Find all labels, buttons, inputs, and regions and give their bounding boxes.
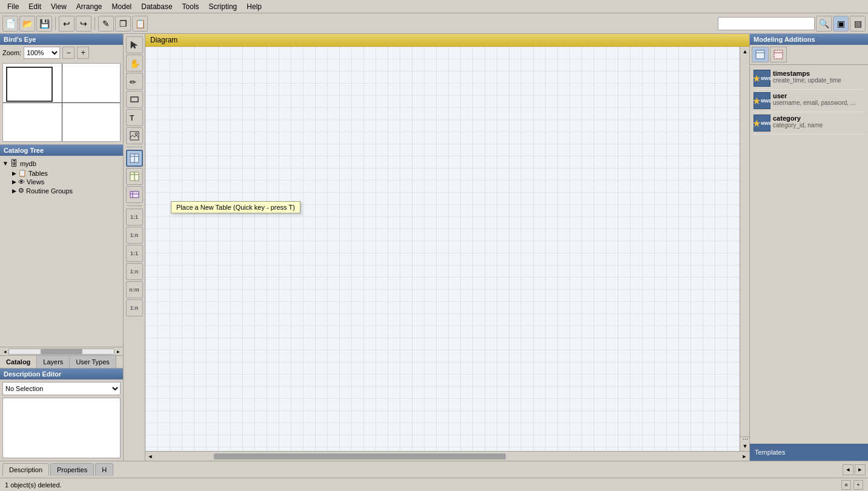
rel-1n-id-button[interactable]: 1:n bbox=[126, 263, 143, 280]
rel-1n-nm-button[interactable]: 1:n bbox=[126, 299, 143, 316]
hand-tool-button[interactable]: ✋ bbox=[126, 55, 143, 72]
modeling-add-button[interactable] bbox=[752, 47, 769, 62]
tree-expand-icon-routines: ▶ bbox=[12, 188, 16, 194]
hscroll-left-button[interactable]: ◄ bbox=[145, 452, 155, 461]
menu-database[interactable]: Database bbox=[136, 1, 177, 12]
hscroll-track2[interactable] bbox=[155, 452, 740, 461]
user-info: user username, email, password, ... bbox=[773, 92, 864, 106]
search-input[interactable] bbox=[718, 17, 815, 30]
tab-catalog[interactable]: Catalog bbox=[0, 356, 37, 368]
search-button[interactable]: 🔍 bbox=[816, 16, 832, 32]
timestamps-fields: create_time, update_time bbox=[773, 77, 864, 84]
category-info: category category_id, name bbox=[773, 115, 864, 129]
model-items-list: ★ MWB timestamps create_time, update_tim… bbox=[750, 65, 868, 444]
modeling-remove-button[interactable] bbox=[770, 47, 787, 62]
rel-nm-button[interactable]: n:m bbox=[126, 281, 143, 298]
tree-item-views[interactable]: ▶ 👁 Views bbox=[12, 178, 121, 186]
catalog-tree-panel: Catalog Tree ▼ 🗄 mydb ▶ 📋 Tables ▶ 👁 bbox=[0, 145, 123, 368]
tab-layers[interactable]: Layers bbox=[37, 356, 70, 368]
edit-button[interactable]: ✎ bbox=[98, 16, 114, 32]
rel-1n-id-label: 1:n bbox=[130, 269, 139, 275]
svg-rect-4 bbox=[130, 132, 139, 140]
place-table-button[interactable] bbox=[126, 150, 143, 167]
tree-item-mydb[interactable]: ▼ 🗄 mydb bbox=[2, 158, 121, 169]
menu-arrange[interactable]: Arrange bbox=[71, 1, 107, 12]
save-button[interactable]: 💾 bbox=[36, 16, 52, 32]
copy-button[interactable]: ❐ bbox=[115, 16, 131, 32]
redo-button[interactable]: ↪ bbox=[76, 16, 91, 32]
menu-help[interactable]: Help bbox=[242, 1, 267, 12]
place-table-tooltip: Place a New Table (Quick key - press T) bbox=[171, 201, 300, 213]
timestamps-name: timestamps bbox=[773, 70, 864, 77]
bottom-nav-prev[interactable]: ◂ bbox=[843, 464, 853, 475]
diagram-canvas[interactable]: Place a New Table (Quick key - press T) bbox=[145, 47, 740, 451]
scroll-right-button[interactable]: ▸ bbox=[114, 348, 122, 355]
place-routine-button[interactable] bbox=[126, 186, 143, 203]
new-button[interactable]: 📄 bbox=[2, 16, 18, 32]
minimap-viewport bbox=[6, 67, 53, 102]
status-icon-2[interactable]: + bbox=[853, 480, 863, 490]
diagram-container: Diagram Place a New Table (Quick key - p… bbox=[145, 34, 749, 461]
tree-expand-icon-tables: ▶ bbox=[12, 170, 16, 176]
description-select[interactable]: No Selection bbox=[2, 382, 121, 395]
catalog-tree-title: Catalog Tree bbox=[0, 145, 123, 156]
zoom-in-button[interactable]: + bbox=[77, 47, 89, 59]
vscroll-down-button[interactable]: ▼ bbox=[740, 441, 749, 451]
menu-file[interactable]: File bbox=[2, 1, 24, 12]
vresize-handle[interactable]: ⋯ bbox=[740, 436, 749, 441]
bottom-tab-properties[interactable]: Properties bbox=[50, 463, 94, 476]
bottom-nav-next[interactable]: ▸ bbox=[855, 464, 866, 475]
undo-button[interactable]: ↩ bbox=[59, 16, 75, 32]
bottom-tab-h[interactable]: H bbox=[95, 463, 113, 476]
menu-view[interactable]: View bbox=[46, 1, 71, 12]
place-view-button[interactable] bbox=[126, 168, 143, 185]
database-icon: 🗄 bbox=[10, 159, 18, 168]
menu-tools[interactable]: Tools bbox=[177, 1, 204, 12]
svg-rect-2 bbox=[131, 97, 138, 102]
vscroll-track[interactable] bbox=[740, 56, 749, 436]
diagram-vscroll: ▲ ⋯ ▼ bbox=[740, 47, 749, 451]
status-icon-1[interactable]: ≡ bbox=[841, 480, 851, 490]
rect-tool-button[interactable] bbox=[126, 91, 143, 108]
svg-rect-15 bbox=[756, 50, 764, 59]
menu-edit[interactable]: Edit bbox=[24, 1, 46, 12]
tool-panel: ✋ ✏ T bbox=[124, 34, 145, 461]
tool-separator-2 bbox=[127, 205, 142, 206]
menubar: File Edit View Arrange Model Database To… bbox=[0, 0, 868, 13]
select-tool-button[interactable] bbox=[126, 36, 143, 53]
rel-1n-nonid-button[interactable]: 1:n bbox=[126, 227, 143, 244]
open-button[interactable]: 📂 bbox=[19, 16, 35, 32]
image-tool-button[interactable] bbox=[126, 127, 143, 144]
tree-item-routine-groups[interactable]: ▶ ⚙ Routine Groups bbox=[12, 186, 121, 195]
zoom-bar: Zoom: 100% 50% 75% 125% 150% 200% − + bbox=[0, 45, 123, 61]
rel-11-nonid-button[interactable]: 1:1 bbox=[126, 209, 143, 225]
modeling-additions-title: Modeling Additions bbox=[750, 34, 868, 45]
view-toggle-1[interactable]: ▣ bbox=[833, 16, 849, 32]
menu-scripting[interactable]: Scripting bbox=[204, 1, 242, 12]
svg-text:T: T bbox=[130, 114, 134, 122]
hscroll-track[interactable] bbox=[8, 349, 114, 355]
tree-item-tables[interactable]: ▶ 📋 Tables bbox=[12, 169, 121, 178]
menu-model[interactable]: Model bbox=[107, 1, 137, 12]
rel-11-id-button[interactable]: 1:1 bbox=[126, 245, 143, 262]
svg-rect-17 bbox=[774, 50, 783, 59]
toolbar-separator-2 bbox=[94, 17, 95, 30]
hscroll-right-button[interactable]: ► bbox=[740, 452, 749, 461]
model-item-user[interactable]: ★ MWB user username, email, password, ..… bbox=[752, 90, 866, 112]
pencil-tool-button[interactable]: ✏ bbox=[126, 73, 143, 90]
model-item-category[interactable]: ★ MWB category category_id, name bbox=[752, 112, 866, 135]
view-toggle-2[interactable]: ▤ bbox=[850, 16, 866, 32]
model-item-timestamps[interactable]: ★ MWB timestamps create_time, update_tim… bbox=[752, 67, 866, 90]
scroll-left-button[interactable]: ◂ bbox=[1, 348, 8, 355]
tool-separator-1 bbox=[127, 147, 142, 147]
hscroll-thumb bbox=[41, 349, 82, 354]
zoom-out-button[interactable]: − bbox=[62, 47, 75, 59]
bottom-tab-description[interactable]: Description bbox=[2, 463, 49, 476]
zoom-select[interactable]: 100% 50% 75% 125% 150% 200% bbox=[24, 47, 60, 59]
rel-1n-nonid-label: 1:n bbox=[130, 232, 139, 238]
rel-11-nonid-label: 1:1 bbox=[130, 214, 138, 220]
tab-user-types[interactable]: User Types bbox=[70, 356, 116, 368]
text-tool-button[interactable]: T bbox=[126, 109, 143, 126]
vscroll-up-button[interactable]: ▲ bbox=[740, 47, 749, 56]
paste-button[interactable]: 📋 bbox=[132, 16, 148, 32]
